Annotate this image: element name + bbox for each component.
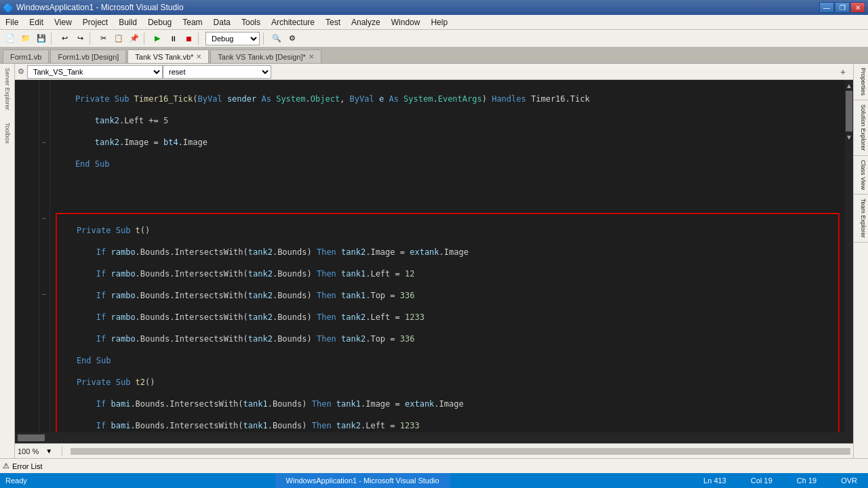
fold-marker-reset[interactable]: −: [39, 289, 50, 300]
tab-tankvstank[interactable]: Tank VS Tank.vb* ✕: [127, 49, 209, 63]
nav-expand-btn[interactable]: +: [835, 64, 850, 79]
tab-bar: Form1.vb Form1.vb [Design] Tank VS Tank.…: [0, 47, 868, 64]
object-dropdown[interactable]: Tank_VS_Tank: [27, 65, 163, 79]
tb-cut[interactable]: ✂: [96, 31, 111, 46]
tab-form1design-label: Form1.vb [Design]: [58, 53, 119, 61]
sidebar-solution-explorer[interactable]: Solution Explorer: [854, 100, 868, 156]
bottom-sep: [62, 447, 62, 456]
status-ready: Ready: [5, 476, 27, 485]
error-list-label[interactable]: Error List: [12, 462, 43, 470]
status-bar: Ready WindowsApplication1 - Microsoft Vi…: [0, 473, 868, 488]
tab-form1vb-label: Form1.vb: [10, 53, 41, 61]
sidebar-server-explorer[interactable]: Server Explorer: [1, 65, 14, 113]
sidebar-class-view[interactable]: Class View: [854, 156, 868, 195]
editor-wrapper: − − −: [15, 80, 853, 432]
status-mode: OVR: [835, 476, 863, 485]
tb-save[interactable]: 💾: [34, 31, 49, 46]
code-content: Private Sub Timer16_Tick(ByVal sender As…: [56, 83, 840, 432]
toolbar-main: 📄 📁 💾 ↩ ↪ ✂ 📋 📌 ▶ ⏸ ⏹ Debug Release 🔍 ⚙: [0, 30, 868, 47]
minimize-button[interactable]: —: [819, 2, 834, 13]
menu-architecture[interactable]: Architecture: [266, 16, 320, 28]
tb-paste[interactable]: 📌: [127, 31, 142, 46]
zoom-label: 100 %: [18, 447, 39, 455]
menu-team[interactable]: Team: [177, 16, 208, 28]
menu-view[interactable]: View: [49, 16, 77, 28]
tb-pause[interactable]: ⏸: [165, 31, 180, 46]
content-area: Server Explorer Toolbox ⚙ Tank_VS_Tank r…: [0, 64, 868, 458]
tab-tankvstank-close[interactable]: ✕: [196, 53, 201, 60]
tb-sep4: [198, 33, 202, 45]
menu-help[interactable]: Help: [425, 16, 453, 28]
method-dropdown[interactable]: reset: [163, 65, 271, 79]
menu-build[interactable]: Build: [113, 16, 142, 28]
nav-icon: ⚙: [18, 67, 24, 76]
center-panel: ⚙ Tank_VS_Tank reset +: [15, 64, 853, 458]
menu-bar: File Edit View Project Build Debug Team …: [0, 15, 868, 30]
sidebar-properties[interactable]: Properties: [854, 64, 868, 100]
tab-tankvstankdesign[interactable]: Tank VS Tank.vb [Design]* ✕: [210, 49, 321, 63]
nav-bar: ⚙ Tank_VS_Tank reset +: [15, 64, 853, 80]
window-controls: — ❐ ✕: [819, 2, 865, 13]
error-list-bar: ⚠ Error List: [0, 458, 868, 473]
app: 🔷 WindowsApplication1 - Microsoft Visual…: [0, 0, 868, 488]
bottom-toolbar: 100 % ▼: [15, 443, 853, 458]
menu-edit[interactable]: Edit: [24, 16, 49, 28]
vertical-scrollbar[interactable]: ▲ ▼: [845, 80, 853, 432]
tb-redo[interactable]: ↪: [73, 31, 87, 46]
title-text: WindowsApplication1 - Microsoft Visual S…: [16, 3, 819, 12]
status-ln: Ln 413: [698, 476, 732, 485]
tb-copy[interactable]: 📋: [111, 31, 126, 46]
zoom-dropdown-btn[interactable]: ▼: [44, 447, 54, 456]
tab-tankvstank-label: Tank VS Tank.vb*: [135, 53, 193, 61]
tb-start[interactable]: ▶: [150, 31, 165, 46]
menu-analyze[interactable]: Analyze: [346, 16, 386, 28]
tb-sep3: [144, 33, 148, 45]
menu-tools[interactable]: Tools: [236, 16, 266, 28]
tab-form1design[interactable]: Form1.vb [Design]: [50, 49, 126, 63]
fold-marker-t[interactable]: −: [39, 137, 50, 148]
maximize-button[interactable]: ❐: [835, 2, 850, 13]
status-ch: Ch 19: [791, 476, 822, 485]
app-icon: 🔷: [3, 3, 14, 13]
horizontal-scroll-thumb[interactable]: [18, 434, 45, 441]
close-button[interactable]: ✕: [850, 2, 865, 13]
scroll-thumb[interactable]: [846, 91, 852, 131]
tab-tankvstankdesign-label: Tank VS Tank.vb [Design]*: [218, 53, 305, 61]
status-col: Col 19: [745, 476, 778, 485]
debug-config-dropdown[interactable]: Debug Release: [205, 32, 260, 45]
menu-project[interactable]: Project: [77, 16, 113, 28]
tab-tankvstankdesign-close[interactable]: ✕: [309, 53, 314, 60]
fold-marker-t2[interactable]: −: [39, 213, 50, 224]
left-panel: Server Explorer Toolbox: [0, 64, 15, 458]
horizontal-scrollbar-area: [15, 432, 853, 443]
tb-undo[interactable]: ↩: [57, 31, 72, 46]
taskbar-label: WindowsApplication1 - Microsoft Visual S…: [286, 476, 439, 485]
sidebar-team-explorer[interactable]: Team Explorer: [854, 195, 868, 243]
tb-open[interactable]: 📁: [18, 31, 33, 46]
status-taskbar[interactable]: WindowsApplication1 - Microsoft Visual S…: [275, 473, 450, 488]
menu-data[interactable]: Data: [208, 16, 236, 28]
error-list-icon: ⚠: [3, 462, 9, 470]
sidebar-toolbox[interactable]: Toolbox: [1, 120, 14, 146]
menu-debug[interactable]: Debug: [142, 16, 177, 28]
tb-sep2: [90, 33, 94, 45]
line-numbers: [15, 80, 39, 432]
fold-column: − − −: [39, 80, 50, 432]
tb-new[interactable]: 📄: [3, 31, 18, 46]
tb-sep5: [263, 33, 267, 45]
bottom-hscroll[interactable]: [71, 448, 850, 455]
right-panel: Properties Solution Explorer Class View …: [853, 64, 868, 458]
menu-file[interactable]: File: [0, 16, 24, 28]
tab-form1vb[interactable]: Form1.vb: [3, 49, 49, 63]
code-editor[interactable]: Private Sub Timer16_Tick(ByVal sender As…: [50, 80, 845, 432]
tb-find[interactable]: 🔍: [269, 31, 284, 46]
tb-stop[interactable]: ⏹: [181, 31, 196, 46]
scroll-down-btn[interactable]: ▼: [845, 131, 853, 142]
scroll-up-btn[interactable]: ▲: [845, 80, 853, 91]
menu-test[interactable]: Test: [320, 16, 346, 28]
tb-settings[interactable]: ⚙: [285, 31, 300, 46]
tb-sep1: [51, 33, 55, 45]
menu-window[interactable]: Window: [386, 16, 426, 28]
title-bar: 🔷 WindowsApplication1 - Microsoft Visual…: [0, 0, 868, 15]
